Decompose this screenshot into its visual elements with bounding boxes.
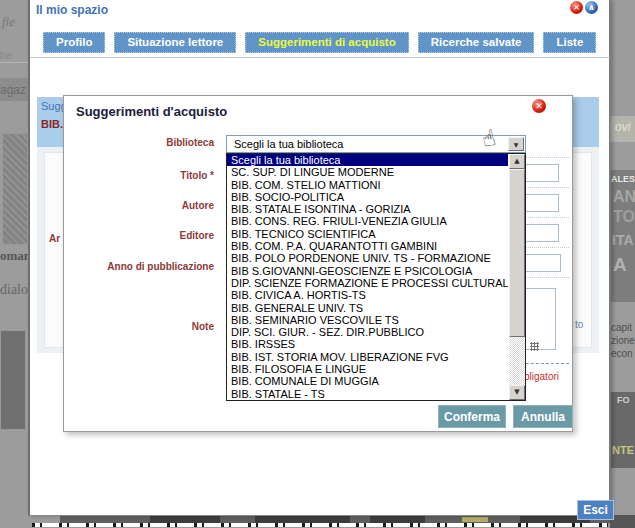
bg-text-fragment: ovi bbox=[615, 120, 630, 134]
bg-text-fragment: he bbox=[0, 49, 12, 61]
dropdown-option[interactable]: BIB. STATALE ISONTINA - GORIZIA bbox=[227, 203, 508, 215]
dropdown-option[interactable]: BIB. IRSSES bbox=[227, 338, 508, 350]
scroll-up-icon[interactable]: ▲ bbox=[509, 154, 525, 169]
panel-text-fragment: to bbox=[575, 319, 583, 330]
bg-text-fragment: fie bbox=[2, 14, 15, 30]
dialog-close-icon[interactable]: ✕ bbox=[532, 99, 546, 113]
dropdown-option[interactable]: BIB. IST. STORIA MOV. LIBERAZIONE FVG bbox=[227, 351, 508, 363]
conferma-button[interactable]: Conferma bbox=[438, 405, 506, 428]
tab-liste[interactable]: Liste bbox=[543, 32, 596, 53]
bg-image bbox=[0, 330, 26, 430]
panel-code-fragment: BIB. bbox=[41, 118, 63, 130]
scrollbar-thumb[interactable] bbox=[509, 169, 525, 337]
dropdown-scrollbar[interactable]: ▲ ▼ bbox=[509, 154, 525, 400]
bg-text-fragment: NTE bbox=[612, 444, 634, 456]
collapse-icon[interactable]: ∧ bbox=[585, 1, 598, 14]
bg-footer-segment bbox=[150, 516, 220, 523]
bg-text-fragment: agaz bbox=[0, 83, 26, 97]
dropdown-option[interactable]: BIB S.GIOVANNI-GEOSCIENZE E PSICOLOGIA bbox=[227, 265, 508, 277]
dropdown-option[interactable]: BIB. SOCIO-POLITICA bbox=[227, 191, 508, 203]
dropdown-option[interactable]: BIB. TECNICO SCIENTIFICA bbox=[227, 228, 508, 240]
dropdown-option[interactable]: BIB. POLO PORDENONE UNIV. TS - FORMAZION… bbox=[227, 252, 508, 264]
bg-clipped-text-row bbox=[32, 523, 608, 527]
dropdown-option[interactable]: SC. SUP. DI LINGUE MODERNE bbox=[227, 166, 508, 178]
dropdown-option[interactable]: BIB. SEMINARIO VESCOVILE TS bbox=[227, 314, 508, 326]
biblioteca-label: Biblioteca bbox=[166, 137, 214, 148]
bg-cover-letters: A bbox=[613, 254, 627, 276]
autore-label: Autore bbox=[182, 200, 214, 211]
bg-footer-segment bbox=[255, 516, 350, 523]
bg-text-fragment: ALES bbox=[611, 174, 635, 184]
dropdown-option[interactable]: DIP. SCI. GIUR. - SEZ. DIR.PUBBLICO bbox=[227, 326, 508, 338]
bg-text-fragment: oman bbox=[0, 248, 31, 264]
bg-divider bbox=[0, 62, 28, 63]
annulla-button[interactable]: Annulla bbox=[513, 405, 573, 428]
dropdown-option[interactable]: BIB. COM. STELIO MATTIONI bbox=[227, 179, 508, 191]
dropdown-option[interactable]: Scegli la tua biblioteca bbox=[227, 154, 508, 166]
dropdown-option[interactable]: BIB. COM. P.A. QUARANTOTTI GAMBINI bbox=[227, 240, 508, 252]
bg-text-fragment: dialo bbox=[0, 282, 28, 298]
resize-grip-icon[interactable] bbox=[530, 342, 539, 351]
anno-label: Anno di pubblicazione bbox=[107, 261, 214, 272]
dropdown-option[interactable]: BIB. CONS. REG. FRIULI-VENEZIA GIULIA bbox=[227, 215, 508, 227]
biblioteca-dropdown-list: Scegli la tua bibliotecaSC. SUP. DI LING… bbox=[226, 153, 526, 401]
note-label: Note bbox=[192, 321, 214, 332]
tab-bar: ProfiloSituazione lettoreSuggerimenti di… bbox=[43, 32, 596, 53]
biblioteca-options: Scegli la tua bibliotecaSC. SUP. DI LING… bbox=[227, 154, 508, 400]
dialog-title: Suggerimenti d'acquisto bbox=[76, 104, 227, 119]
bg-book-cover-image bbox=[2, 133, 28, 245]
bg-footer-segment bbox=[370, 516, 425, 523]
scroll-down-icon[interactable]: ▼ bbox=[509, 385, 525, 400]
screen: fie he agaz oman dialo ovi ALES AN TO IT… bbox=[0, 0, 635, 528]
dropdown-option[interactable]: BIB. STATALE - TS bbox=[227, 388, 508, 400]
dropdown-option[interactable]: BIB. FILOSOFIA E LINGUE bbox=[227, 363, 508, 375]
dropdown-option[interactable]: BIB. GENERALE UNIV. TS bbox=[227, 302, 508, 314]
bg-text-fragment: capit bbox=[611, 322, 632, 333]
dropdown-option[interactable]: DIP. SCIENZE FORMAZIONE E PROCESSI CULTU… bbox=[227, 277, 508, 289]
dropdown-arrow-icon[interactable]: ▼ bbox=[508, 137, 524, 151]
dropdown-option[interactable]: BIB. CIVICA A. HORTIS-TS bbox=[227, 289, 508, 301]
panel-label-fragment: Ar bbox=[49, 233, 60, 244]
bg-cover-letters: AN bbox=[613, 188, 635, 206]
close-icon[interactable]: ✕ bbox=[570, 1, 583, 14]
esci-button[interactable]: Esci bbox=[577, 500, 614, 520]
tab-situazione-lettore[interactable]: Situazione lettore bbox=[114, 32, 236, 53]
bg-text-fragment: FO bbox=[617, 395, 630, 405]
bg-text-fragment: econ bbox=[611, 348, 633, 359]
tab-profilo[interactable]: Profilo bbox=[43, 32, 105, 53]
window-title: Il mio spazio bbox=[36, 3, 108, 17]
bg-cover-letters: TO bbox=[613, 208, 635, 226]
bg-text-fragment: zione bbox=[611, 335, 635, 346]
header-divider bbox=[30, 57, 610, 58]
titolo-label: Titolo * bbox=[180, 170, 214, 181]
bg-cover-letters: ITA bbox=[612, 232, 634, 248]
biblioteca-select-value: Scegli la tua biblioteca bbox=[234, 137, 343, 152]
tab-ricerche-salvate[interactable]: Ricerche salvate bbox=[418, 32, 535, 53]
editore-label: Editore bbox=[180, 230, 214, 241]
tab-suggerimenti-di-acquisto[interactable]: Suggerimenti di acquisto bbox=[245, 32, 408, 53]
dropdown-option[interactable]: BIB. COMUNALE DI MUGGIA bbox=[227, 375, 508, 387]
bg-footer-segment bbox=[462, 517, 488, 522]
